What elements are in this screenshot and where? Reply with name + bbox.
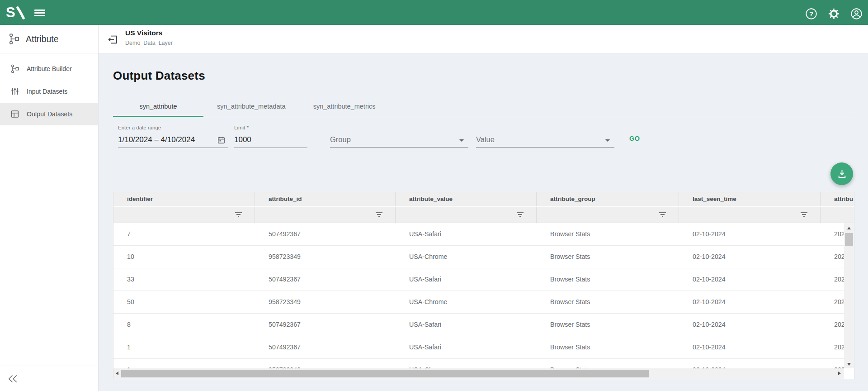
date-range-group: Enter a date range xyxy=(118,125,228,148)
filter-icon[interactable] xyxy=(800,212,807,218)
filter-icon[interactable] xyxy=(659,212,666,218)
logo-letter: S xyxy=(6,5,15,21)
gear-icon[interactable] xyxy=(828,8,840,20)
chevron-down-icon xyxy=(605,139,610,142)
sidebar-item-input-datasets[interactable]: Input Datasets xyxy=(0,80,98,103)
column-header-attribute_value[interactable]: attribute_value xyxy=(396,192,537,206)
table-cell: 02-10-2024 xyxy=(679,314,821,336)
table-cell: Browser Stats xyxy=(537,268,679,291)
svg-text:?: ? xyxy=(809,10,813,18)
limit-label: Limit * xyxy=(234,125,307,130)
schema-icon xyxy=(8,33,20,45)
table-cell: 02-10-2024 xyxy=(679,223,821,245)
column-header-attribute_id[interactable]: attribute_id xyxy=(255,192,396,206)
table-cell: USA-Safari xyxy=(396,223,537,245)
table-row[interactable]: 1507492367USA-SafariBrowser Stats02-10-2… xyxy=(113,336,854,359)
filter-icon[interactable] xyxy=(375,212,382,218)
vertical-scroll-thumb[interactable] xyxy=(845,233,853,246)
value-dropdown[interactable]: Value xyxy=(476,125,614,148)
table-row[interactable]: 7507492367USA-SafariBrowser Stats02-10-2… xyxy=(113,223,854,246)
vertical-scrollbar[interactable] xyxy=(844,223,854,369)
filter-icon[interactable] xyxy=(235,212,242,218)
scroll-down-icon[interactable] xyxy=(847,363,851,366)
value-placeholder: Value xyxy=(476,135,495,144)
help-icon[interactable]: ? xyxy=(805,8,817,20)
table-row[interactable]: 8507492367USA-SafariBrowser Stats02-10-2… xyxy=(113,314,854,336)
table-cell: Browser Stats xyxy=(537,246,679,268)
table-cell: USA-Chrome xyxy=(396,291,537,313)
hamburger-icon[interactable] xyxy=(34,10,45,16)
page-title: Output Datasets xyxy=(113,69,205,83)
column-header-attribute_group[interactable]: attribute_group xyxy=(537,192,679,206)
table-cell: 8 xyxy=(113,314,255,336)
go-button[interactable]: GO xyxy=(629,135,640,142)
table-cell: 507492367 xyxy=(255,314,396,336)
app-logo[interactable]: S xyxy=(6,3,26,22)
sidebar-title: Attribute xyxy=(26,25,59,53)
content-header: US Visitors Demo_Data_Layer xyxy=(99,25,868,53)
back-icon[interactable] xyxy=(107,34,118,45)
scroll-left-icon[interactable] xyxy=(116,372,118,375)
column-header-last_seen_time[interactable]: last_seen_time xyxy=(679,192,821,206)
table-cell: Browser Stats xyxy=(537,336,679,358)
account-icon[interactable] xyxy=(850,8,863,20)
chevron-down-icon xyxy=(459,139,464,142)
grid-body: 7507492367USA-SafariBrowser Stats02-10-2… xyxy=(113,223,854,379)
table-cell: 02-10-2024 xyxy=(679,246,821,268)
logo-slash-icon xyxy=(15,4,26,22)
dataset-title: US Visitors xyxy=(125,29,162,37)
table-cell: 507492367 xyxy=(255,268,396,291)
table-row[interactable]: 10958723349USA-ChromeBrowser Stats02-10-… xyxy=(113,246,854,268)
double-chevron-left-icon[interactable] xyxy=(7,373,19,385)
column-header-attribu[interactable]: attribu xyxy=(821,192,854,206)
table-cell: USA-Safari xyxy=(396,336,537,358)
table-cell: 507492367 xyxy=(255,223,396,245)
tab-syn_attribute[interactable]: syn_attribute xyxy=(113,97,203,117)
table-row[interactable]: 50958723349USA-ChromeBrowser Stats02-10-… xyxy=(113,291,854,314)
tab-syn_attribute_metadata[interactable]: syn_attribute_metadata xyxy=(203,97,299,117)
table-icon xyxy=(10,109,20,119)
scroll-up-icon[interactable] xyxy=(847,227,851,229)
table-cell: USA-Safari xyxy=(396,268,537,291)
horizontal-scroll-thumb[interactable] xyxy=(121,370,649,377)
column-filter-cell xyxy=(396,207,537,223)
sidebar-footer xyxy=(0,366,98,391)
grid-header-row: identifierattribute_idattribute_valueatt… xyxy=(113,192,854,206)
limit-group: Limit * xyxy=(234,125,307,148)
table-cell: 02-10-2024 xyxy=(679,291,821,313)
table-row[interactable]: 33507492367USA-SafariBrowser Stats02-10-… xyxy=(113,268,854,291)
filter-icon[interactable] xyxy=(516,212,524,218)
sidebar: Attribute Attribute BuilderInput Dataset… xyxy=(0,25,99,391)
date-range-input[interactable] xyxy=(118,133,212,147)
table-cell: 02-10-2024 xyxy=(679,268,821,291)
sidebar-item-label: Input Datasets xyxy=(27,88,67,95)
table-cell: USA-Safari xyxy=(396,314,537,336)
dataset-subtitle: Demo_Data_Layer xyxy=(125,40,173,46)
filter-bar: Enter a date range Limit * Group Value G… xyxy=(0,122,868,154)
sidebar-item-output-datasets[interactable]: Output Datasets xyxy=(0,103,98,125)
calendar-icon[interactable] xyxy=(217,136,226,144)
tab-syn_attribute_metrics[interactable]: syn_attribute_metrics xyxy=(299,97,390,117)
sidebar-item-label: Attribute Builder xyxy=(27,65,72,72)
horizontal-scrollbar[interactable] xyxy=(113,368,844,379)
group-dropdown[interactable]: Group xyxy=(330,125,468,148)
group-placeholder: Group xyxy=(330,135,351,144)
table-cell: 02-10-2024 xyxy=(679,336,821,358)
download-button[interactable] xyxy=(830,162,853,185)
scroll-right-icon[interactable] xyxy=(838,372,841,375)
table-cell: 10 xyxy=(113,246,255,268)
download-icon xyxy=(836,168,848,180)
table-cell: 507492367 xyxy=(255,336,396,358)
schema-icon xyxy=(10,64,20,74)
table-cell: USA-Chrome xyxy=(396,246,537,268)
sidebar-item-attribute-builder[interactable]: Attribute Builder xyxy=(0,57,98,80)
data-grid: identifierattribute_idattribute_valueatt… xyxy=(113,192,854,379)
table-cell: 7 xyxy=(113,223,255,245)
limit-input[interactable] xyxy=(234,133,307,147)
table-cell: Browser Stats xyxy=(537,291,679,313)
column-filter-cell xyxy=(537,207,679,223)
table-cell: 958723349 xyxy=(255,291,396,313)
table-cell: 33 xyxy=(113,268,255,291)
column-header-identifier[interactable]: identifier xyxy=(113,192,255,206)
scrollbar-corner xyxy=(844,368,854,379)
